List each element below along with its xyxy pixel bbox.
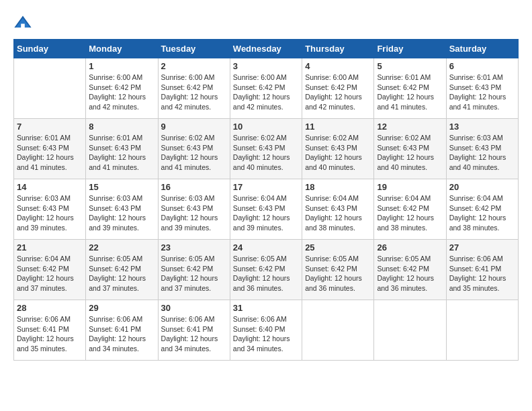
calendar-cell: [374, 300, 446, 361]
calendar-cell: 23Sunrise: 6:05 AM Sunset: 6:42 PM Dayli…: [158, 240, 230, 300]
calendar-cell: 31Sunrise: 6:06 AM Sunset: 6:40 PM Dayli…: [230, 300, 302, 361]
day-info: Sunrise: 6:00 AM Sunset: 6:42 PM Dayligh…: [233, 73, 299, 112]
calendar-week-row: 1Sunrise: 6:00 AM Sunset: 6:42 PM Daylig…: [14, 58, 519, 119]
logo-icon: [13, 13, 32, 32]
day-number: 19: [377, 182, 443, 192]
column-header-friday: Friday: [374, 40, 446, 58]
day-info: Sunrise: 6:02 AM Sunset: 6:43 PM Dayligh…: [305, 133, 371, 173]
calendar-cell: [14, 58, 86, 119]
day-info: Sunrise: 6:00 AM Sunset: 6:42 PM Dayligh…: [89, 73, 154, 112]
header: [13, 13, 519, 32]
day-number: 17: [233, 182, 299, 192]
day-info: Sunrise: 6:01 AM Sunset: 6:43 PM Dayligh…: [449, 73, 515, 112]
calendar-cell: 13Sunrise: 6:03 AM Sunset: 6:43 PM Dayli…: [446, 119, 518, 179]
day-info: Sunrise: 6:03 AM Sunset: 6:43 PM Dayligh…: [89, 193, 154, 233]
day-number: 20: [449, 182, 515, 192]
day-number: 29: [89, 303, 154, 313]
calendar-cell: 2Sunrise: 6:00 AM Sunset: 6:42 PM Daylig…: [158, 58, 230, 119]
day-number: 8: [89, 122, 154, 132]
day-number: 2: [161, 61, 227, 71]
day-number: 21: [17, 242, 83, 253]
day-info: Sunrise: 6:05 AM Sunset: 6:42 PM Dayligh…: [305, 254, 371, 293]
day-info: Sunrise: 6:06 AM Sunset: 6:41 PM Dayligh…: [17, 314, 83, 354]
calendar-cell: 17Sunrise: 6:04 AM Sunset: 6:43 PM Dayli…: [230, 179, 302, 240]
day-number: 12: [377, 122, 443, 132]
day-number: 5: [377, 61, 443, 71]
column-header-wednesday: Wednesday: [230, 40, 302, 58]
calendar-week-row: 28Sunrise: 6:06 AM Sunset: 6:41 PM Dayli…: [14, 300, 519, 361]
day-number: 4: [305, 61, 371, 71]
day-info: Sunrise: 6:03 AM Sunset: 6:43 PM Dayligh…: [161, 193, 227, 233]
day-info: Sunrise: 6:05 AM Sunset: 6:42 PM Dayligh…: [89, 254, 154, 293]
calendar-cell: 11Sunrise: 6:02 AM Sunset: 6:43 PM Dayli…: [302, 119, 374, 179]
day-info: Sunrise: 6:03 AM Sunset: 6:43 PM Dayligh…: [17, 193, 83, 233]
calendar-header-row: SundayMondayTuesdayWednesdayThursdayFrid…: [14, 40, 519, 58]
calendar-cell: 20Sunrise: 6:04 AM Sunset: 6:42 PM Dayli…: [446, 179, 518, 240]
calendar-cell: 16Sunrise: 6:03 AM Sunset: 6:43 PM Dayli…: [158, 179, 230, 240]
day-number: 27: [449, 242, 515, 253]
day-info: Sunrise: 6:04 AM Sunset: 6:42 PM Dayligh…: [17, 254, 83, 293]
calendar-cell: 18Sunrise: 6:04 AM Sunset: 6:43 PM Dayli…: [302, 179, 374, 240]
day-info: Sunrise: 6:04 AM Sunset: 6:43 PM Dayligh…: [305, 193, 371, 233]
day-number: 13: [449, 122, 515, 132]
day-info: Sunrise: 6:04 AM Sunset: 6:43 PM Dayligh…: [233, 193, 299, 233]
day-info: Sunrise: 6:05 AM Sunset: 6:42 PM Dayligh…: [233, 254, 299, 293]
day-number: 24: [233, 242, 299, 253]
column-header-thursday: Thursday: [302, 40, 374, 58]
day-info: Sunrise: 6:00 AM Sunset: 6:42 PM Dayligh…: [305, 73, 371, 112]
day-info: Sunrise: 6:06 AM Sunset: 6:41 PM Dayligh…: [449, 254, 515, 293]
calendar-cell: 8Sunrise: 6:01 AM Sunset: 6:43 PM Daylig…: [86, 119, 158, 179]
day-number: 7: [17, 122, 83, 132]
day-info: Sunrise: 6:06 AM Sunset: 6:40 PM Dayligh…: [233, 314, 299, 354]
calendar-cell: 27Sunrise: 6:06 AM Sunset: 6:41 PM Dayli…: [446, 240, 518, 300]
day-number: 25: [305, 242, 371, 253]
column-header-monday: Monday: [86, 40, 158, 58]
day-info: Sunrise: 6:04 AM Sunset: 6:42 PM Dayligh…: [449, 193, 515, 233]
day-info: Sunrise: 6:06 AM Sunset: 6:41 PM Dayligh…: [89, 314, 154, 354]
day-number: 10: [233, 122, 299, 132]
day-info: Sunrise: 6:05 AM Sunset: 6:42 PM Dayligh…: [377, 254, 443, 293]
day-info: Sunrise: 6:00 AM Sunset: 6:42 PM Dayligh…: [161, 73, 227, 112]
calendar-cell: 19Sunrise: 6:04 AM Sunset: 6:42 PM Dayli…: [374, 179, 446, 240]
calendar-cell: 26Sunrise: 6:05 AM Sunset: 6:42 PM Dayli…: [374, 240, 446, 300]
calendar-week-row: 7Sunrise: 6:01 AM Sunset: 6:43 PM Daylig…: [14, 119, 519, 179]
column-header-saturday: Saturday: [446, 40, 518, 58]
day-info: Sunrise: 6:04 AM Sunset: 6:42 PM Dayligh…: [377, 193, 443, 233]
column-header-tuesday: Tuesday: [158, 40, 230, 58]
day-info: Sunrise: 6:01 AM Sunset: 6:43 PM Dayligh…: [89, 133, 154, 173]
day-number: 16: [161, 182, 227, 192]
calendar-cell: 28Sunrise: 6:06 AM Sunset: 6:41 PM Dayli…: [14, 300, 86, 361]
day-info: Sunrise: 6:05 AM Sunset: 6:42 PM Dayligh…: [161, 254, 227, 293]
day-info: Sunrise: 6:01 AM Sunset: 6:43 PM Dayligh…: [17, 133, 83, 173]
day-number: 22: [89, 242, 154, 253]
calendar-cell: 15Sunrise: 6:03 AM Sunset: 6:43 PM Dayli…: [86, 179, 158, 240]
calendar-cell: 1Sunrise: 6:00 AM Sunset: 6:42 PM Daylig…: [86, 58, 158, 119]
day-info: Sunrise: 6:01 AM Sunset: 6:42 PM Dayligh…: [377, 73, 443, 112]
day-number: 28: [17, 303, 83, 313]
svg-rect-2: [21, 24, 25, 28]
logo: [13, 13, 35, 32]
day-number: 11: [305, 122, 371, 132]
calendar-cell: 3Sunrise: 6:00 AM Sunset: 6:42 PM Daylig…: [230, 58, 302, 119]
calendar-cell: [446, 300, 518, 361]
calendar-cell: 10Sunrise: 6:02 AM Sunset: 6:43 PM Dayli…: [230, 119, 302, 179]
day-info: Sunrise: 6:03 AM Sunset: 6:43 PM Dayligh…: [449, 133, 515, 173]
calendar-cell: 12Sunrise: 6:02 AM Sunset: 6:43 PM Dayli…: [374, 119, 446, 179]
calendar-cell: 9Sunrise: 6:02 AM Sunset: 6:43 PM Daylig…: [158, 119, 230, 179]
day-info: Sunrise: 6:02 AM Sunset: 6:43 PM Dayligh…: [233, 133, 299, 173]
day-info: Sunrise: 6:06 AM Sunset: 6:41 PM Dayligh…: [161, 314, 227, 354]
calendar-cell: 7Sunrise: 6:01 AM Sunset: 6:43 PM Daylig…: [14, 119, 86, 179]
day-number: 1: [89, 61, 154, 71]
calendar-cell: 21Sunrise: 6:04 AM Sunset: 6:42 PM Dayli…: [14, 240, 86, 300]
calendar-cell: 25Sunrise: 6:05 AM Sunset: 6:42 PM Dayli…: [302, 240, 374, 300]
day-number: 14: [17, 182, 83, 192]
day-number: 26: [377, 242, 443, 253]
calendar-cell: 24Sunrise: 6:05 AM Sunset: 6:42 PM Dayli…: [230, 240, 302, 300]
calendar-cell: 14Sunrise: 6:03 AM Sunset: 6:43 PM Dayli…: [14, 179, 86, 240]
calendar-cell: 22Sunrise: 6:05 AM Sunset: 6:42 PM Dayli…: [86, 240, 158, 300]
calendar-cell: [302, 300, 374, 361]
calendar-week-row: 21Sunrise: 6:04 AM Sunset: 6:42 PM Dayli…: [14, 240, 519, 300]
day-number: 18: [305, 182, 371, 192]
calendar-cell: 6Sunrise: 6:01 AM Sunset: 6:43 PM Daylig…: [446, 58, 518, 119]
calendar-cell: 5Sunrise: 6:01 AM Sunset: 6:42 PM Daylig…: [374, 58, 446, 119]
